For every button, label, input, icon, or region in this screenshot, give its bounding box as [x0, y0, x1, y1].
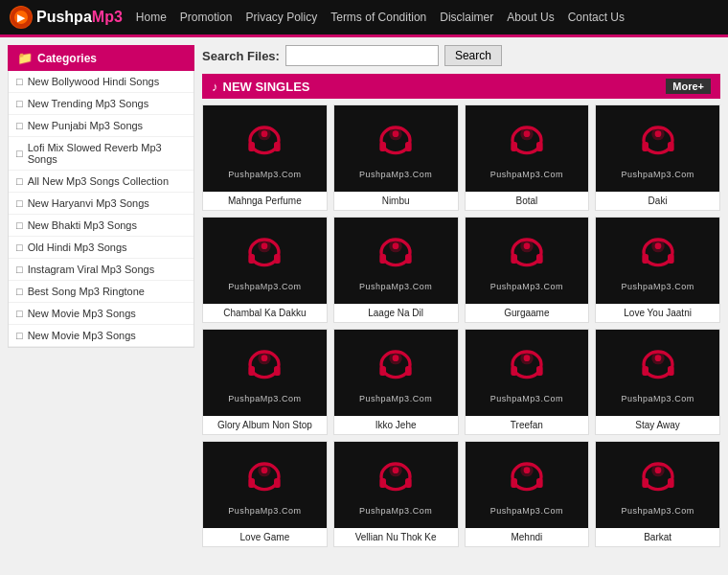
song-title-5: Laage Na Dil	[334, 304, 458, 322]
nav-terms[interactable]: Terms of Condition	[330, 11, 426, 24]
song-card-9[interactable]: PushpaMp3.Com Ikko Jehe	[333, 329, 459, 435]
song-thumbnail-12: PushpaMp3.Com	[203, 442, 327, 528]
headphone-icon	[503, 454, 551, 502]
song-brand-3: PushpaMp3.Com	[622, 170, 694, 179]
nav-about[interactable]: About Us	[507, 11, 554, 24]
song-card-3[interactable]: PushpaMp3.Com Daki	[595, 104, 720, 211]
song-brand-2: PushpaMp3.Com	[490, 170, 563, 179]
sidebar-label-2: New Punjabi Mp3 Songs	[28, 120, 143, 131]
song-card-5[interactable]: PushpaMp3.Com Laage Na Dil	[333, 217, 459, 323]
sidebar-label-3: Lofi Mix Slowed Reverb Mp3 Songs	[28, 142, 186, 165]
song-title-14: Mehndi	[466, 528, 589, 546]
header: ▶ PushpaMp3 Home Promotion Privacy Polic…	[0, 0, 728, 34]
nav-contact[interactable]: Contact Us	[568, 11, 625, 24]
nav-promotion[interactable]: Promotion	[180, 11, 233, 24]
sidebar-item-1[interactable]: □ New Trending Mp3 Songs	[9, 93, 193, 115]
song-thumbnail-0: PushpaMp3.Com	[203, 105, 327, 192]
song-title-0: Mahnga Perfume	[203, 192, 327, 210]
song-title-7: Love You Jaatni	[596, 304, 719, 322]
song-title-9: Ikko Jehe	[334, 416, 458, 434]
folder-icon-7: □	[16, 242, 23, 253]
search-button[interactable]: Search	[444, 45, 502, 66]
song-card-10[interactable]: PushpaMp3.Com Treefan	[465, 329, 590, 435]
sidebar-label-5: New Haryanvi Mp3 Songs	[28, 197, 149, 209]
sidebar-item-10[interactable]: □ New Movie Mp3 Songs	[9, 303, 193, 325]
sidebar-label-4: All New Mp3 Songs Collection	[28, 175, 169, 187]
sidebar-item-0[interactable]: □ New Bollywood Hindi Songs	[9, 71, 193, 93]
main-layout: 📁 Categories □ New Bollywood Hindi Songs…	[0, 37, 728, 555]
sidebar-item-4[interactable]: □ All New Mp3 Songs Collection	[9, 171, 193, 193]
svg-point-62	[654, 355, 661, 361]
headphone-icon	[503, 118, 551, 166]
song-brand-0: PushpaMp3.Com	[228, 170, 301, 179]
sidebar-body: □ New Bollywood Hindi Songs □ New Trendi…	[8, 71, 194, 348]
song-card-0[interactable]: PushpaMp3.Com Mahnga Perfume	[202, 104, 328, 211]
search-input[interactable]	[285, 45, 439, 66]
headphone-icon	[634, 118, 682, 166]
song-card-13[interactable]: PushpaMp3.Com Vellian Nu Thok Ke	[333, 441, 459, 547]
song-card-4[interactable]: PushpaMp3.Com Chambal Ka Dakku	[202, 217, 328, 323]
svg-point-17	[524, 130, 531, 137]
new-singles-label: NEW SINGLES	[223, 80, 310, 94]
svg-rect-64	[249, 478, 256, 488]
song-thumbnail-9: PushpaMp3.Com	[334, 330, 458, 416]
logo-icon: ▶	[10, 6, 33, 29]
sidebar-item-5[interactable]: □ New Haryanvi Mp3 Songs	[9, 193, 193, 215]
song-card-12[interactable]: PushpaMp3.Com Love Game	[202, 441, 328, 547]
song-brand-4: PushpaMp3.Com	[228, 282, 301, 291]
svg-rect-30	[405, 254, 412, 264]
song-brand-7: PushpaMp3.Com	[622, 282, 694, 291]
svg-rect-24	[249, 254, 256, 264]
sidebar-title: Categories	[37, 52, 97, 65]
svg-rect-55	[536, 366, 543, 376]
song-thumbnail-10: PushpaMp3.Com	[466, 330, 589, 416]
svg-point-67	[262, 467, 268, 473]
song-thumbnail-4: PushpaMp3.Com	[203, 218, 327, 304]
logo-area[interactable]: ▶ PushpaMp3	[10, 6, 123, 29]
song-card-2[interactable]: PushpaMp3.Com Botal	[465, 104, 590, 211]
svg-text:▶: ▶	[17, 12, 26, 23]
song-card-6[interactable]: PushpaMp3.Com Gurgaame	[465, 217, 590, 323]
song-card-14[interactable]: PushpaMp3.Com Mehndi	[465, 441, 590, 547]
headphone-icon	[372, 118, 420, 166]
nav-home[interactable]: Home	[136, 11, 167, 24]
svg-rect-54	[511, 366, 517, 376]
sidebar-item-11[interactable]: □ New Movie Mp3 Songs	[9, 325, 193, 347]
svg-point-72	[393, 467, 399, 473]
song-card-1[interactable]: PushpaMp3.Com Nimbu	[333, 104, 459, 211]
svg-point-32	[393, 242, 399, 249]
song-thumbnail-13: PushpaMp3.Com	[334, 442, 458, 528]
sidebar-item-3[interactable]: □ Lofi Mix Slowed Reverb Mp3 Songs	[9, 137, 193, 171]
headphone-icon	[372, 342, 420, 390]
sidebar-item-6[interactable]: □ New Bhakti Mp3 Songs	[9, 215, 193, 237]
nav-disclaimer[interactable]: Disclaimer	[440, 11, 493, 24]
more-button[interactable]: More+	[666, 79, 711, 94]
song-card-7[interactable]: PushpaMp3.Com Love You Jaatni	[595, 217, 720, 323]
song-card-8[interactable]: PushpaMp3.Com Glory Album Non Stop	[202, 329, 328, 435]
new-singles-header: ♪ NEW SINGLES More+	[202, 74, 720, 99]
svg-rect-80	[668, 478, 674, 488]
sidebar-item-9[interactable]: □ Best Song Mp3 Ringtone	[9, 281, 193, 303]
folder-icon-0: □	[16, 76, 23, 87]
svg-rect-59	[642, 366, 648, 376]
folder-icon-11: □	[16, 330, 23, 341]
song-title-15: Barkat	[596, 528, 719, 546]
search-bar: Search Files: Search	[202, 45, 720, 66]
svg-rect-69	[379, 478, 386, 488]
nav-privacy[interactable]: Privacy Policy	[246, 11, 318, 24]
song-card-15[interactable]: PushpaMp3.Com Barkat	[595, 441, 720, 547]
svg-rect-50	[405, 366, 412, 376]
song-thumbnail-1: PushpaMp3.Com	[334, 105, 458, 192]
sidebar-label-6: New Bhakti Mp3 Songs	[28, 219, 137, 231]
svg-rect-49	[379, 366, 386, 376]
song-brand-9: PushpaMp3.Com	[359, 394, 432, 403]
sidebar-item-7[interactable]: □ Old Hindi Mp3 Songs	[9, 237, 193, 259]
song-thumbnail-6: PushpaMp3.Com	[466, 218, 589, 304]
sidebar-item-8[interactable]: □ Instagram Viral Mp3 Songs	[9, 259, 193, 281]
svg-rect-10	[405, 142, 412, 151]
song-brand-11: PushpaMp3.Com	[622, 394, 694, 403]
song-title-8: Glory Album Non Stop	[203, 416, 327, 434]
song-card-11[interactable]: PushpaMp3.Com Stay Away	[595, 329, 720, 435]
headphone-icon	[240, 118, 288, 166]
sidebar-item-2[interactable]: □ New Punjabi Mp3 Songs	[9, 115, 193, 137]
